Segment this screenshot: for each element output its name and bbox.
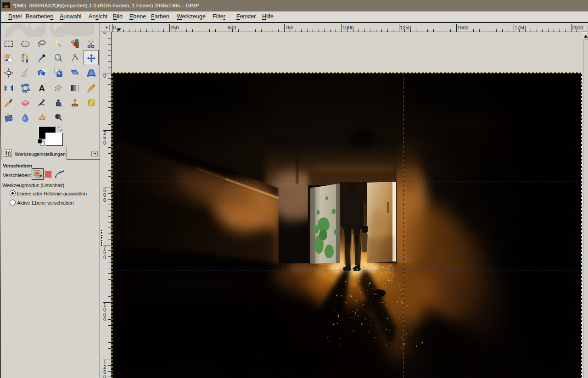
- svg-text:P: P: [61, 171, 63, 174]
- svg-text:A: A: [39, 83, 45, 93]
